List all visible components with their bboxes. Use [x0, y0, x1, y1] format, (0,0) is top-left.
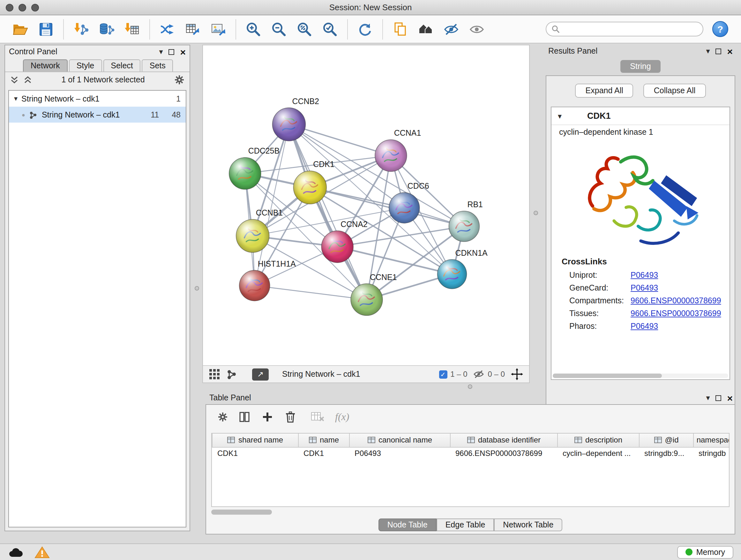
apply-layout-button[interactable]: [355, 19, 375, 39]
import-network-from-database-button[interactable]: [97, 19, 116, 39]
gear-icon[interactable]: [174, 75, 185, 85]
network-node-CDC25B[interactable]: CDC25B: [229, 146, 280, 189]
close-panel-icon[interactable]: ×: [727, 46, 733, 57]
function-builder-icon[interactable]: f(x): [335, 411, 349, 423]
export-table-button[interactable]: [183, 19, 202, 39]
column-header[interactable]: description: [557, 434, 639, 447]
network-edge-CCNB2-CCNE1[interactable]: [289, 124, 367, 300]
crosslink-link[interactable]: P06493: [630, 322, 658, 331]
pan-move-icon[interactable]: [511, 368, 523, 381]
add-column-icon[interactable]: [261, 411, 274, 423]
grid-view-icon[interactable]: [209, 368, 220, 380]
zoom-in-button[interactable]: [244, 19, 263, 39]
open-session-button[interactable]: [11, 19, 30, 39]
panel-menu-icon[interactable]: ▾: [706, 394, 710, 401]
tab-edge-table[interactable]: Edge Table: [436, 518, 494, 531]
close-panel-icon[interactable]: ×: [180, 46, 186, 57]
cell-name[interactable]: CDK1: [298, 447, 349, 460]
network-node-CCNB2[interactable]: CCNB2: [273, 97, 319, 141]
crosslink-link[interactable]: P06493: [630, 284, 658, 293]
zoom-out-button[interactable]: [269, 19, 288, 39]
tab-node-table[interactable]: Node Table: [379, 518, 436, 531]
float-panel-icon[interactable]: [716, 48, 721, 54]
zoom-selected-button[interactable]: [320, 19, 340, 39]
zoom-fit-button[interactable]: [295, 19, 314, 39]
cell-shared-name[interactable]: CDK1: [212, 447, 298, 460]
network-node-RB1[interactable]: RB1: [449, 200, 482, 242]
import-network-from-file-button[interactable]: [71, 19, 91, 39]
network-edge-CDK1-RB1[interactable]: [310, 187, 464, 226]
help-button[interactable]: ?: [712, 21, 728, 37]
import-table-from-file-button[interactable]: [123, 19, 142, 39]
panel-menu-icon[interactable]: ▾: [159, 48, 163, 56]
expand-all-tree-icon[interactable]: [10, 75, 18, 84]
float-panel-icon[interactable]: [716, 395, 721, 401]
column-header[interactable]: namespac: [693, 434, 730, 447]
network-edge-HIST1H1A-CCNE1[interactable]: [255, 286, 367, 300]
column-header[interactable]: shared name: [212, 434, 298, 447]
splitter-handle[interactable]: [468, 384, 472, 389]
close-panel-icon[interactable]: ×: [727, 392, 733, 403]
tab-select[interactable]: Select: [103, 59, 141, 71]
cell-namespace[interactable]: stringdb: [693, 447, 730, 460]
network-node-HIST1H1A[interactable]: HIST1H1A: [239, 259, 296, 301]
collapse-all-tree-icon[interactable]: [23, 75, 32, 84]
memory-button[interactable]: Memory: [677, 546, 733, 558]
crosslink-link[interactable]: 9606.ENSP00000378699: [630, 296, 721, 305]
window-title: Session: New Session: [329, 3, 412, 12]
hide-selected-button[interactable]: [442, 19, 461, 39]
network-canvas[interactable]: CCNB2CCNA1CDC25BCDK1CDC6RB1CCNB1CCNA2CDK…: [203, 45, 529, 365]
table-row[interactable]: CDK1 CDK1 P06493 9606.ENSP00000378699 cy…: [212, 447, 730, 460]
scrollbar-thumb[interactable]: [211, 509, 272, 515]
column-header[interactable]: canonical name: [349, 434, 450, 447]
cell-canonical-name[interactable]: P06493: [349, 447, 450, 460]
cell-database-identifier[interactable]: 9606.ENSP00000378699: [450, 447, 557, 460]
column-header[interactable]: database identifier: [450, 434, 557, 447]
gear-icon[interactable]: [218, 412, 228, 422]
show-all-button[interactable]: [467, 19, 486, 39]
panel-menu-icon[interactable]: ▾: [706, 47, 710, 55]
network-node-CCNB1[interactable]: CCNB1: [236, 208, 283, 253]
collapse-section-icon[interactable]: ▾: [558, 112, 562, 120]
column-header[interactable]: name: [298, 434, 349, 447]
home-button[interactable]: [416, 19, 435, 39]
network-row[interactable]: ● String Network – cdk1 11 48: [9, 107, 186, 123]
close-window-button[interactable]: [6, 4, 13, 11]
collapse-all-button[interactable]: Collapse All: [644, 84, 706, 98]
column-header[interactable]: @id: [639, 434, 693, 447]
export-image-button[interactable]: [209, 19, 228, 39]
network-edge-RB1-CCNA2[interactable]: [337, 226, 464, 247]
network-node-CDKN1A[interactable]: CDKN1A: [437, 248, 488, 289]
network-label: String Network – cdk1: [42, 110, 120, 119]
tab-network-table[interactable]: Network Table: [494, 518, 562, 531]
float-panel-icon[interactable]: [169, 49, 174, 55]
crosslink-link[interactable]: P06493: [630, 271, 658, 280]
search-input[interactable]: [563, 24, 697, 34]
minimize-window-button[interactable]: [18, 4, 26, 11]
network-view-icon[interactable]: [226, 368, 238, 380]
warning-icon[interactable]: [35, 546, 50, 558]
expand-all-button[interactable]: Expand All: [576, 84, 633, 98]
delete-column-trash-icon[interactable]: [284, 411, 297, 423]
show-columns-icon[interactable]: [238, 411, 251, 423]
tab-string[interactable]: String: [620, 60, 660, 73]
cell-id[interactable]: stringdb:9...: [639, 447, 693, 460]
crosslink-link[interactable]: 9606.ENSP00000378699: [630, 309, 721, 318]
save-session-button[interactable]: [37, 19, 56, 39]
network-collection-row[interactable]: ▾ String Network – cdk1 1: [9, 91, 186, 107]
splitter-handle[interactable]: [534, 211, 538, 215]
cloud-icon[interactable]: [8, 546, 24, 558]
detach-view-button[interactable]: ↗: [252, 368, 269, 380]
network-node-CCNA1[interactable]: CCNA1: [375, 128, 421, 172]
tab-network[interactable]: Network: [23, 59, 68, 71]
copy-button[interactable]: [391, 19, 410, 39]
scrollbar-thumb[interactable]: [553, 374, 662, 378]
tree-expander-icon[interactable]: ▾: [14, 95, 17, 103]
cell-description[interactable]: cyclin–dependent ...: [557, 447, 639, 460]
selected-checkbox-icon[interactable]: ✓: [439, 370, 447, 378]
clone-network-button[interactable]: [158, 19, 177, 39]
maximize-window-button[interactable]: [31, 4, 39, 11]
splitter-handle[interactable]: [195, 286, 199, 291]
tab-style[interactable]: Style: [69, 59, 102, 71]
tab-sets[interactable]: Sets: [142, 59, 173, 71]
